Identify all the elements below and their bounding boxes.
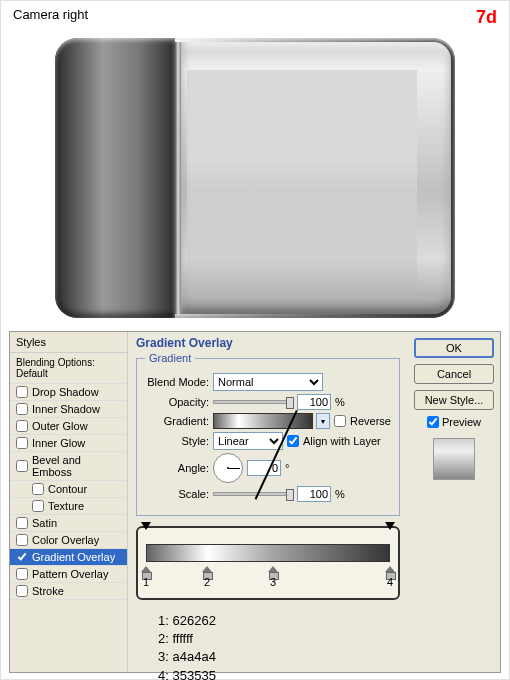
style-checkbox[interactable] — [16, 568, 28, 580]
style-item-label: Satin — [32, 517, 57, 529]
gradient-label: Gradient: — [145, 415, 209, 427]
style-item-label: Stroke — [32, 585, 64, 597]
style-checkbox[interactable] — [16, 437, 28, 449]
opacity-slider[interactable] — [213, 400, 293, 404]
style-item-inner-glow[interactable]: Inner Glow — [10, 435, 127, 452]
style-item-label: Color Overlay — [32, 534, 99, 546]
gradient-group-legend: Gradient — [145, 352, 195, 364]
scale-slider[interactable] — [213, 492, 293, 496]
angle-dial[interactable] — [213, 453, 243, 483]
color-stop-number: 2 — [204, 576, 210, 588]
gradient-stop-legend: 1: 6262622: ffffff3: a4a4a44: 353535 — [158, 612, 400, 680]
legend-line: 4: 353535 — [158, 667, 400, 680]
color-stop-number: 4 — [387, 576, 393, 588]
style-checkbox[interactable] — [16, 460, 28, 472]
reverse-checkbox[interactable] — [334, 415, 346, 427]
gradient-group: Gradient Blend Mode: Normal Opacity: % G… — [136, 352, 400, 516]
preview-checkbox[interactable] — [427, 416, 439, 428]
style-item-texture[interactable]: Texture — [10, 498, 127, 515]
style-checkbox[interactable] — [16, 534, 28, 546]
chevron-down-icon: ▾ — [321, 417, 325, 426]
dialog-buttons-panel: OK Cancel New Style... Preview — [408, 332, 500, 672]
new-style-button[interactable]: New Style... — [414, 390, 494, 410]
style-checkbox[interactable] — [32, 483, 44, 495]
angle-suffix: ° — [285, 462, 289, 474]
opacity-input[interactable] — [297, 394, 331, 410]
style-item-outer-glow[interactable]: Outer Glow — [10, 418, 127, 435]
preview-label: Preview — [442, 416, 481, 428]
style-item-label: Texture — [48, 500, 84, 512]
style-item-label: Outer Glow — [32, 420, 88, 432]
style-checkbox[interactable] — [16, 386, 28, 398]
style-item-drop-shadow[interactable]: Drop Shadow — [10, 384, 127, 401]
style-item-label: Contour — [48, 483, 87, 495]
style-item-pattern-overlay[interactable]: Pattern Overlay — [10, 566, 127, 583]
reverse-label: Reverse — [350, 415, 391, 427]
blend-mode-select[interactable]: Normal — [213, 373, 323, 391]
style-item-label: Gradient Overlay — [32, 551, 115, 563]
style-item-gradient-overlay[interactable]: Gradient Overlay — [10, 549, 127, 566]
style-checkbox[interactable] — [16, 420, 28, 432]
style-checkbox[interactable] — [16, 551, 28, 563]
style-item-bevel-and-emboss[interactable]: Bevel and Emboss — [10, 452, 127, 481]
color-stop-number: 1 — [143, 576, 149, 588]
gradient-overlay-settings: Gradient Overlay Gradient Blend Mode: No… — [128, 332, 408, 672]
style-item-label: Inner Glow — [32, 437, 85, 449]
layer-style-dialog: Styles Blending Options: Default Drop Sh… — [9, 331, 501, 673]
camera-preview-image — [55, 38, 455, 318]
opacity-label: Opacity: — [145, 396, 209, 408]
align-checkbox[interactable] — [287, 435, 299, 447]
style-item-label: Bevel and Emboss — [32, 454, 121, 478]
style-item-satin[interactable]: Satin — [10, 515, 127, 532]
angle-label: Angle: — [145, 462, 209, 474]
legend-line: 2: ffffff — [158, 630, 400, 648]
legend-line: 1: 626262 — [158, 612, 400, 630]
tutorial-step-badge: 7d — [476, 7, 497, 28]
angle-input[interactable] — [247, 460, 281, 476]
opacity-suffix: % — [335, 396, 345, 408]
gradient-bar[interactable] — [146, 544, 390, 562]
preview-swatch — [433, 438, 475, 480]
style-checkbox[interactable] — [16, 403, 28, 415]
style-checkbox[interactable] — [32, 500, 44, 512]
styles-header[interactable]: Styles — [10, 332, 127, 353]
opacity-stop[interactable] — [141, 522, 151, 532]
scale-input[interactable] — [297, 486, 331, 502]
style-label: Style: — [145, 435, 209, 447]
section-title: Gradient Overlay — [136, 336, 400, 350]
align-label: Align with Layer — [303, 435, 381, 447]
page-title: Camera right — [13, 7, 88, 22]
gradient-dropdown-button[interactable]: ▾ — [316, 413, 330, 429]
style-select[interactable]: Linear — [213, 432, 283, 450]
style-item-color-overlay[interactable]: Color Overlay — [10, 532, 127, 549]
opacity-stop[interactable] — [385, 522, 395, 532]
gradient-swatch[interactable] — [213, 413, 313, 429]
style-item-label: Inner Shadow — [32, 403, 100, 415]
style-checkbox[interactable] — [16, 517, 28, 529]
style-item-stroke[interactable]: Stroke — [10, 583, 127, 600]
gradient-editor: 1234 — [136, 526, 400, 600]
ok-button[interactable]: OK — [414, 338, 494, 358]
legend-line: 3: a4a4a4 — [158, 648, 400, 666]
style-checkbox[interactable] — [16, 585, 28, 597]
style-item-label: Drop Shadow — [32, 386, 99, 398]
style-item-label: Pattern Overlay — [32, 568, 108, 580]
color-stop-number: 3 — [270, 576, 276, 588]
scale-label: Scale: — [145, 488, 209, 500]
cancel-button[interactable]: Cancel — [414, 364, 494, 384]
blending-options-item[interactable]: Blending Options: Default — [10, 353, 127, 384]
styles-list-panel: Styles Blending Options: Default Drop Sh… — [10, 332, 128, 672]
style-item-contour[interactable]: Contour — [10, 481, 127, 498]
scale-suffix: % — [335, 488, 345, 500]
blend-mode-label: Blend Mode: — [145, 376, 209, 388]
style-item-inner-shadow[interactable]: Inner Shadow — [10, 401, 127, 418]
